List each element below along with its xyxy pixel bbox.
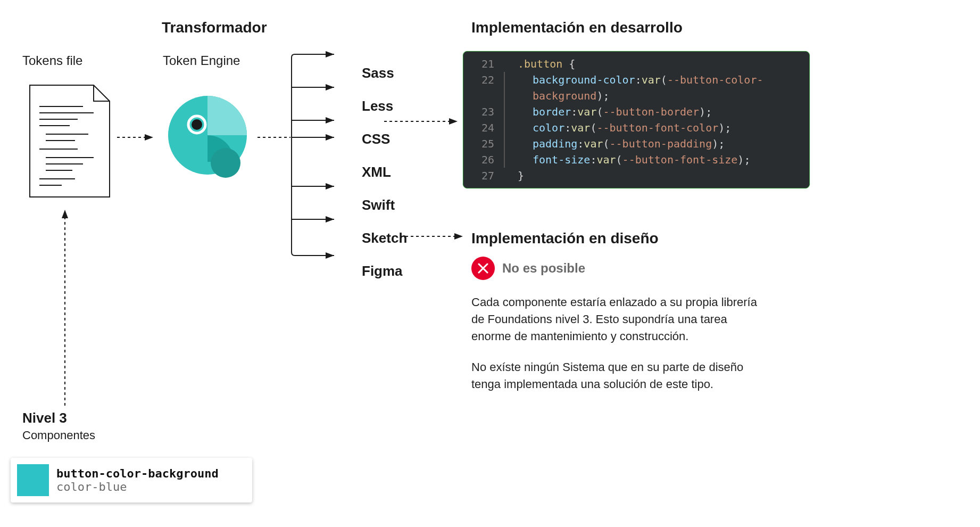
token-name: button-color-background bbox=[56, 467, 219, 480]
code-line: 23border:var(--button-border); bbox=[463, 104, 809, 120]
output-item: Figma bbox=[362, 254, 407, 287]
code-line: 22background-color:var(--button-color-ba… bbox=[463, 72, 809, 104]
outputs-list: SassLessCSSXMLSwiftSketchFigma bbox=[340, 56, 407, 287]
design-impl-title: Implementación en diseño bbox=[471, 230, 659, 247]
code-block: 21.button {22background-color:var(--butt… bbox=[463, 51, 810, 188]
tokens-file-label: Tokens file bbox=[22, 53, 82, 68]
nivel3-block: Nivel 3 Componentes bbox=[22, 410, 95, 442]
design-paragraph-2: No exíste ningún Sistema que en su parte… bbox=[471, 359, 769, 393]
nivel3-subtitle: Componentes bbox=[22, 429, 95, 442]
svg-point-15 bbox=[211, 148, 240, 178]
error-icon bbox=[471, 257, 495, 280]
output-item: Sass bbox=[362, 56, 407, 89]
color-swatch bbox=[17, 464, 49, 496]
arrow-engine-out bbox=[256, 132, 292, 143]
code-line: 21.button { bbox=[463, 56, 809, 72]
impossible-label: No es posible bbox=[502, 261, 585, 276]
token-value: color-blue bbox=[56, 480, 219, 493]
code-line: 24color:var(--button-font-color); bbox=[463, 120, 809, 136]
transformer-subtitle: Token Engine bbox=[163, 53, 240, 68]
token-chip: button-color-background color-blue bbox=[11, 458, 252, 503]
arrow-sketch-to-design bbox=[399, 231, 468, 242]
design-impl-body: No es posible Cada componente estaría en… bbox=[471, 257, 769, 392]
output-item: Swift bbox=[362, 188, 407, 221]
arrow-file-to-engine bbox=[116, 132, 159, 143]
output-item: XML bbox=[362, 155, 407, 188]
code-line: 27} bbox=[463, 168, 809, 184]
chameleon-logo-icon bbox=[160, 87, 255, 183]
nivel3-title: Nivel 3 bbox=[22, 410, 95, 426]
arrow-css-to-code bbox=[383, 116, 463, 127]
output-item: CSS bbox=[362, 122, 407, 155]
file-icon bbox=[24, 80, 115, 202]
dev-impl-title: Implementación en desarrollo bbox=[471, 19, 683, 36]
code-line: 26font-size:var(--button-font-size); bbox=[463, 152, 809, 168]
design-paragraph-1: Cada componente estaría enlazado a su pr… bbox=[471, 294, 769, 345]
branch-fanout bbox=[290, 47, 339, 281]
svg-point-16 bbox=[192, 119, 202, 130]
arrow-nivel3-to-file bbox=[60, 205, 70, 408]
code-line: 25padding:var(--button-padding); bbox=[463, 136, 809, 152]
transformer-title: Transformador bbox=[162, 19, 267, 36]
